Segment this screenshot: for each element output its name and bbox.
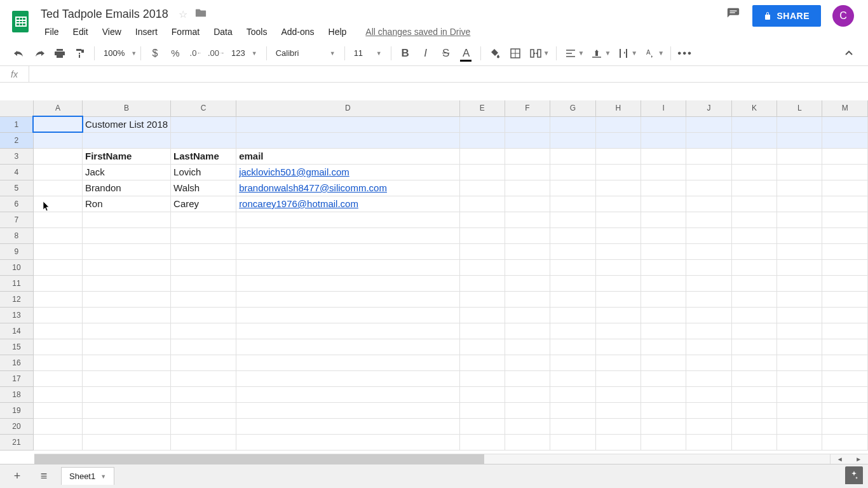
cell-A21[interactable]: [33, 434, 82, 450]
cell-I4[interactable]: [641, 164, 686, 180]
cell-I3[interactable]: [641, 148, 686, 164]
cell-F7[interactable]: [505, 212, 550, 227]
fill-color-button[interactable]: [485, 44, 505, 63]
menu-view[interactable]: View: [96, 24, 128, 39]
cell-M18[interactable]: [822, 386, 868, 402]
explore-button[interactable]: [845, 466, 863, 484]
cell-H14[interactable]: [595, 323, 641, 339]
text-color-button[interactable]: A: [456, 44, 477, 63]
cell-I19[interactable]: [641, 402, 686, 418]
strikethrough-button[interactable]: S: [436, 44, 456, 63]
format-percent-button[interactable]: %: [165, 44, 186, 63]
cell-D16[interactable]: [236, 355, 459, 370]
cell-C8[interactable]: [171, 227, 236, 243]
cell-C15[interactable]: [171, 339, 236, 355]
cell-J12[interactable]: [686, 291, 731, 307]
cell-G15[interactable]: [550, 339, 595, 355]
cell-F13[interactable]: [505, 307, 550, 323]
row-header-11[interactable]: 11: [0, 275, 33, 291]
cell-H13[interactable]: [595, 307, 641, 323]
menu-tools[interactable]: Tools: [240, 24, 274, 39]
cell-C4[interactable]: Lovich: [171, 164, 236, 180]
cell-B7[interactable]: [83, 212, 171, 227]
column-header-K[interactable]: K: [731, 100, 776, 116]
cell-J5[interactable]: [686, 180, 731, 196]
cell-L15[interactable]: [777, 339, 822, 355]
star-icon[interactable]: ☆: [179, 8, 187, 20]
cell-K14[interactable]: [731, 323, 776, 339]
cell-F16[interactable]: [505, 355, 550, 370]
cell-D12[interactable]: [236, 291, 459, 307]
cell-I15[interactable]: [641, 339, 686, 355]
cell-E20[interactable]: [459, 418, 505, 434]
cell-H8[interactable]: [595, 227, 641, 243]
cell-C6[interactable]: Carey: [171, 196, 236, 212]
cell-F11[interactable]: [505, 275, 550, 291]
cell-A8[interactable]: [33, 227, 82, 243]
cell-C10[interactable]: [171, 259, 236, 275]
cell-L18[interactable]: [777, 386, 822, 402]
cell-E15[interactable]: [459, 339, 505, 355]
cell-B15[interactable]: [83, 339, 171, 355]
cell-G9[interactable]: [550, 243, 595, 259]
cell-C9[interactable]: [171, 243, 236, 259]
cell-L8[interactable]: [777, 227, 822, 243]
cell-M3[interactable]: [822, 148, 868, 164]
cell-B21[interactable]: [83, 434, 171, 450]
cell-F9[interactable]: [505, 243, 550, 259]
cell-B17[interactable]: [83, 370, 171, 386]
paint-format-button[interactable]: [70, 44, 90, 63]
row-header-4[interactable]: 4: [0, 164, 33, 180]
cell-L17[interactable]: [777, 370, 822, 386]
cell-M10[interactable]: [822, 259, 868, 275]
cell-H5[interactable]: [595, 180, 641, 196]
cell-A14[interactable]: [33, 323, 82, 339]
decrease-decimal-button[interactable]: .0←: [186, 44, 206, 63]
cell-H11[interactable]: [595, 275, 641, 291]
row-header-2[interactable]: 2: [0, 132, 33, 148]
cell-E8[interactable]: [459, 227, 505, 243]
row-header-21[interactable]: 21: [0, 434, 33, 450]
menu-insert[interactable]: Insert: [129, 24, 164, 39]
cell-G7[interactable]: [550, 212, 595, 227]
cell-J10[interactable]: [686, 259, 731, 275]
cell-H3[interactable]: [595, 148, 641, 164]
cell-C13[interactable]: [171, 307, 236, 323]
cell-C2[interactable]: [171, 132, 236, 148]
cell-D21[interactable]: [236, 434, 459, 450]
cell-E16[interactable]: [459, 355, 505, 370]
cell-D6[interactable]: roncarey1976@hotmail.com: [236, 196, 459, 212]
sheet-tab-sheet1[interactable]: Sheet1 ▼: [61, 467, 114, 485]
cell-J13[interactable]: [686, 307, 731, 323]
row-header-8[interactable]: 8: [0, 227, 33, 243]
cell-K12[interactable]: [731, 291, 776, 307]
user-avatar[interactable]: C: [832, 5, 854, 27]
cell-G13[interactable]: [550, 307, 595, 323]
cell-D7[interactable]: [236, 212, 459, 227]
cell-E14[interactable]: [459, 323, 505, 339]
cell-A4[interactable]: [33, 164, 82, 180]
cell-F6[interactable]: [505, 196, 550, 212]
column-header-A[interactable]: A: [33, 100, 82, 116]
cell-H6[interactable]: [595, 196, 641, 212]
cell-I5[interactable]: [641, 180, 686, 196]
cell-F1[interactable]: [505, 116, 550, 132]
cell-K20[interactable]: [731, 418, 776, 434]
cell-B16[interactable]: [83, 355, 171, 370]
cell-L14[interactable]: [777, 323, 822, 339]
cell-L2[interactable]: [777, 132, 822, 148]
cell-D5[interactable]: brandonwalsh8477@silicomm.com: [236, 180, 459, 196]
cell-E5[interactable]: [459, 180, 505, 196]
cell-L12[interactable]: [777, 291, 822, 307]
column-header-H[interactable]: H: [595, 100, 641, 116]
cell-K5[interactable]: [731, 180, 776, 196]
column-header-E[interactable]: E: [459, 100, 505, 116]
cell-M8[interactable]: [822, 227, 868, 243]
cell-L10[interactable]: [777, 259, 822, 275]
cell-B5[interactable]: Brandon: [83, 180, 171, 196]
cell-C12[interactable]: [171, 291, 236, 307]
cell-G10[interactable]: [550, 259, 595, 275]
menu-edit[interactable]: Edit: [67, 24, 95, 39]
cell-J17[interactable]: [686, 370, 731, 386]
row-header-16[interactable]: 16: [0, 355, 33, 370]
